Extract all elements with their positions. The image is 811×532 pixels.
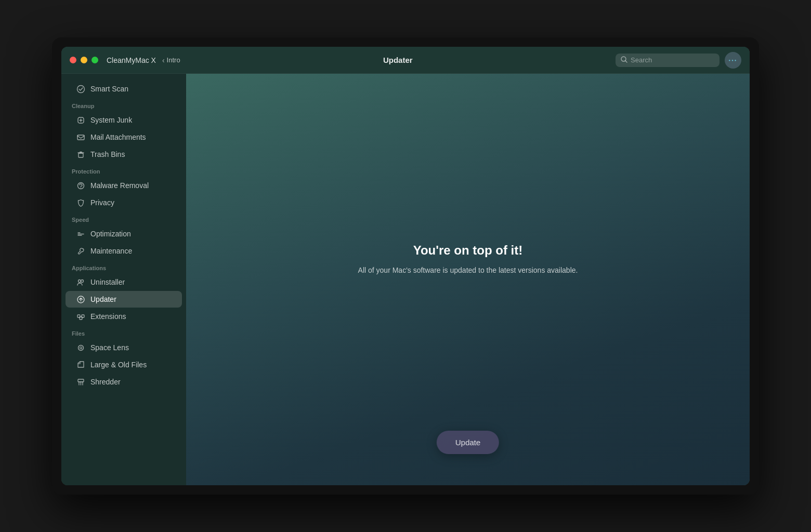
section-label-speed: Speed	[61, 211, 186, 225]
sidebar-item-smart-scan[interactable]: Smart Scan	[66, 81, 182, 97]
sidebar-item-optimization[interactable]: Optimization	[66, 225, 182, 242]
sidebar-item-updater[interactable]: Updater	[66, 291, 182, 308]
trash-bins-label: Trash Bins	[90, 150, 125, 158]
section-label-cleanup: Cleanup	[61, 98, 186, 111]
app-title: CleanMyMac X	[107, 56, 156, 64]
content-main: You're on top of it! All of your Mac's s…	[358, 243, 578, 274]
space-lens-label: Space Lens	[90, 343, 129, 352]
sidebar-item-shredder[interactable]: Shredder	[66, 374, 182, 390]
space-lens-icon	[76, 343, 85, 352]
malware-removal-label: Malware Removal	[90, 181, 149, 190]
mail-attachments-label: Mail Attachments	[90, 133, 146, 141]
svg-point-12	[81, 280, 83, 282]
large-files-icon	[76, 360, 85, 369]
sidebar-item-extensions[interactable]: Extensions	[66, 308, 182, 325]
malware-icon	[76, 181, 85, 190]
search-input[interactable]	[631, 56, 714, 64]
svg-point-7	[80, 187, 81, 188]
nav-back-label: Intro	[167, 56, 180, 64]
trash-icon	[76, 150, 85, 159]
uninstaller-label: Uninstaller	[90, 278, 125, 286]
large-old-files-label: Large & Old Files	[90, 361, 147, 369]
section-label-protection: Protection	[61, 163, 186, 177]
sidebar-item-space-lens[interactable]: Space Lens	[66, 339, 182, 356]
shredder-icon	[76, 377, 85, 387]
search-bar[interactable]	[616, 54, 720, 67]
extensions-label: Extensions	[90, 312, 126, 321]
privacy-label: Privacy	[90, 198, 114, 207]
svg-rect-19	[78, 379, 84, 382]
more-button[interactable]: ●●●	[725, 52, 741, 69]
content-area: You're on top of it! All of your Mac's s…	[186, 74, 750, 485]
svg-line-1	[625, 61, 627, 62]
main-content: Smart Scan Cleanup System Junk	[61, 74, 750, 485]
titlebar: CleanMyMac X ‹ Intro Updater	[61, 47, 750, 74]
sidebar-item-malware-removal[interactable]: Malware Removal	[66, 177, 182, 194]
section-label-files: Files	[61, 325, 186, 339]
sidebar-item-trash-bins[interactable]: Trash Bins	[66, 146, 182, 163]
screen-wrapper: CleanMyMac X ‹ Intro Updater	[52, 37, 759, 495]
updater-icon	[76, 295, 85, 304]
system-junk-icon	[76, 115, 85, 125]
sidebar-item-system-junk[interactable]: System Junk	[66, 112, 182, 128]
update-button[interactable]: Update	[437, 431, 499, 454]
sidebar: Smart Scan Cleanup System Junk	[61, 74, 186, 485]
optimization-label: Optimization	[90, 230, 131, 238]
titlebar-right: ●●●	[616, 52, 741, 69]
smart-scan-label: Smart Scan	[90, 85, 128, 93]
traffic-lights	[70, 57, 98, 63]
sidebar-item-maintenance[interactable]: Maintenance	[66, 243, 182, 259]
privacy-icon	[76, 198, 85, 207]
more-icon: ●●●	[729, 59, 738, 62]
maximize-button[interactable]	[91, 57, 98, 63]
mail-icon	[76, 132, 85, 142]
section-label-applications: Applications	[61, 260, 186, 273]
app-window: CleanMyMac X ‹ Intro Updater	[61, 47, 750, 485]
optimization-icon	[76, 229, 85, 238]
svg-rect-5	[79, 153, 83, 157]
system-junk-label: System Junk	[90, 116, 132, 124]
page-title: Updater	[383, 56, 413, 64]
chevron-left-icon: ‹	[162, 56, 165, 64]
content-subtext: All of your Mac's software is updated to…	[358, 266, 578, 274]
update-button-wrapper: Update	[437, 431, 499, 454]
svg-point-17	[78, 345, 83, 350]
nav-back[interactable]: ‹ Intro	[162, 56, 180, 64]
updater-label: Updater	[90, 295, 116, 303]
svg-point-11	[78, 280, 81, 282]
maintenance-label: Maintenance	[90, 247, 132, 255]
sidebar-item-privacy[interactable]: Privacy	[66, 194, 182, 211]
close-button[interactable]	[70, 57, 76, 63]
svg-rect-4	[77, 135, 84, 140]
content-headline: You're on top of it!	[413, 243, 523, 258]
titlebar-center: Updater	[180, 56, 616, 64]
svg-point-2	[77, 85, 84, 92]
svg-point-18	[80, 347, 82, 349]
extensions-icon	[76, 312, 85, 321]
sidebar-item-large-old-files[interactable]: Large & Old Files	[66, 356, 182, 373]
search-icon	[621, 56, 627, 64]
sidebar-item-mail-attachments[interactable]: Mail Attachments	[66, 129, 182, 145]
smart-scan-icon	[76, 84, 85, 94]
shredder-label: Shredder	[90, 378, 121, 386]
uninstaller-icon	[76, 277, 85, 287]
minimize-button[interactable]	[81, 57, 87, 63]
maintenance-icon	[76, 246, 85, 256]
sidebar-item-uninstaller[interactable]: Uninstaller	[66, 274, 182, 290]
